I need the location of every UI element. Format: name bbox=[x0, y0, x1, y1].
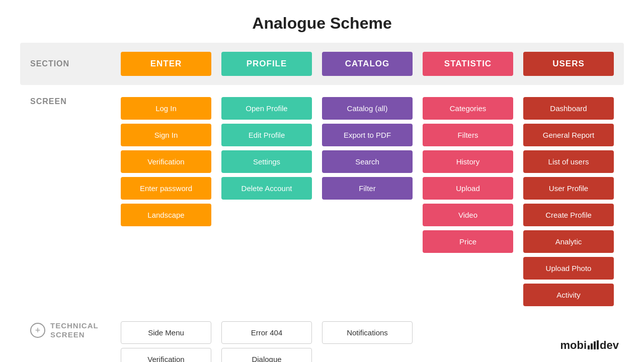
screen-btn-catalog-(all)[interactable]: Catalog (all) bbox=[322, 97, 413, 120]
svg-rect-3 bbox=[597, 340, 599, 349]
screen-column-4: DashboardGeneral ReportList of usersUser… bbox=[523, 97, 614, 306]
section-buttons: ENTERPROFILECATALOGSTATISTICUSERS bbox=[121, 52, 614, 76]
tech-btn-notifications[interactable]: Notifications bbox=[322, 321, 413, 344]
screen-btn-sign-in[interactable]: Sign In bbox=[121, 124, 211, 146]
screen-btn-activity[interactable]: Activity bbox=[523, 284, 614, 306]
screen-btn-upload[interactable]: Upload bbox=[423, 177, 513, 200]
screen-btn-open-profile[interactable]: Open Profile bbox=[221, 97, 312, 120]
screen-btn-list-of-users[interactable]: List of users bbox=[523, 150, 614, 173]
screen-btn-categories[interactable]: Categories bbox=[423, 97, 513, 120]
screen-btn-history[interactable]: History bbox=[423, 150, 513, 173]
screen-btn-upload-photo[interactable]: Upload Photo bbox=[523, 257, 614, 280]
screen-btn-landscape[interactable]: Landscape bbox=[121, 204, 211, 226]
page-title: Analogue Scheme bbox=[0, 0, 644, 43]
screen-column-2: Catalog (all)Export to PDFSearchFilter bbox=[322, 97, 413, 306]
tech-columns: Side MenuVerificationError 404DialogueNo… bbox=[121, 321, 614, 362]
svg-rect-2 bbox=[594, 341, 596, 349]
tech-btn-error-404[interactable]: Error 404 bbox=[221, 321, 312, 344]
main-container: SECTION ENTERPROFILECATALOGSTATISTICUSER… bbox=[0, 43, 644, 362]
screen-btn-search[interactable]: Search bbox=[322, 150, 413, 173]
screen-btn-general-report[interactable]: General Report bbox=[523, 124, 614, 146]
screen-btn-video[interactable]: Video bbox=[423, 204, 513, 226]
logo-container: mobi dev bbox=[560, 339, 619, 352]
section-btn-catalog[interactable]: CATALOG bbox=[322, 52, 413, 76]
tech-btn-side-menu[interactable]: Side Menu bbox=[121, 321, 211, 344]
screen-btn-filter[interactable]: Filter bbox=[322, 177, 413, 200]
section-label: SECTION bbox=[30, 59, 121, 68]
section-row: SECTION ENTERPROFILECATALOGSTATISTICUSER… bbox=[20, 43, 624, 85]
logo-text2: dev bbox=[600, 339, 619, 352]
logo-signal-icon bbox=[588, 340, 599, 349]
screen-btn-verification[interactable]: Verification bbox=[121, 150, 211, 173]
tech-btn-verification[interactable]: Verification bbox=[121, 348, 211, 362]
tech-label-text: TECHNICALSCREEN bbox=[50, 321, 99, 339]
screen-btn-delete-account[interactable]: Delete Account bbox=[221, 177, 312, 200]
screen-btn-settings[interactable]: Settings bbox=[221, 150, 312, 173]
tech-btn-dialogue[interactable]: Dialogue bbox=[221, 348, 312, 362]
svg-rect-1 bbox=[591, 343, 593, 349]
section-btn-profile[interactable]: PROFILE bbox=[221, 52, 312, 76]
tech-column-0: Side MenuVerification bbox=[121, 321, 211, 362]
logo-text: mobi bbox=[560, 339, 587, 352]
screen-row: SCREEN Log InSign InVerificationEnter pa… bbox=[20, 97, 624, 306]
tech-row: + TECHNICALSCREEN Side MenuVerificationE… bbox=[20, 321, 624, 362]
screen-label: SCREEN bbox=[30, 97, 121, 106]
screen-btn-dashboard[interactable]: Dashboard bbox=[523, 97, 614, 120]
tech-column-3 bbox=[423, 321, 513, 362]
tech-icon[interactable]: + bbox=[30, 323, 45, 338]
screen-btn-edit-profile[interactable]: Edit Profile bbox=[221, 124, 312, 146]
tech-column-1: Error 404Dialogue bbox=[221, 321, 312, 362]
screen-column-0: Log InSign InVerificationEnter passwordL… bbox=[121, 97, 211, 306]
section-btn-enter[interactable]: ENTER bbox=[121, 52, 211, 76]
tech-label-container: + TECHNICALSCREEN bbox=[30, 321, 121, 339]
screen-column-3: CategoriesFiltersHistoryUploadVideoPrice bbox=[423, 97, 513, 306]
screen-btn-export-to-pdf[interactable]: Export to PDF bbox=[322, 124, 413, 146]
section-btn-statistic[interactable]: STATISTIC bbox=[423, 52, 513, 76]
screen-btn-price[interactable]: Price bbox=[423, 230, 513, 253]
screen-btn-enter-password[interactable]: Enter password bbox=[121, 177, 211, 200]
section-btn-users[interactable]: USERS bbox=[523, 52, 614, 76]
screen-btn-filters[interactable]: Filters bbox=[423, 124, 513, 146]
screen-columns: Log InSign InVerificationEnter passwordL… bbox=[121, 97, 614, 306]
screen-btn-user-profile[interactable]: User Profile bbox=[523, 177, 614, 200]
svg-rect-0 bbox=[588, 345, 590, 349]
screen-column-1: Open ProfileEdit ProfileSettingsDelete A… bbox=[221, 97, 312, 306]
screen-btn-log-in[interactable]: Log In bbox=[121, 97, 211, 120]
screen-btn-analytic[interactable]: Analytic bbox=[523, 230, 614, 253]
screen-btn-create-profile[interactable]: Create Profile bbox=[523, 204, 614, 226]
tech-column-2: Notifications bbox=[322, 321, 413, 362]
